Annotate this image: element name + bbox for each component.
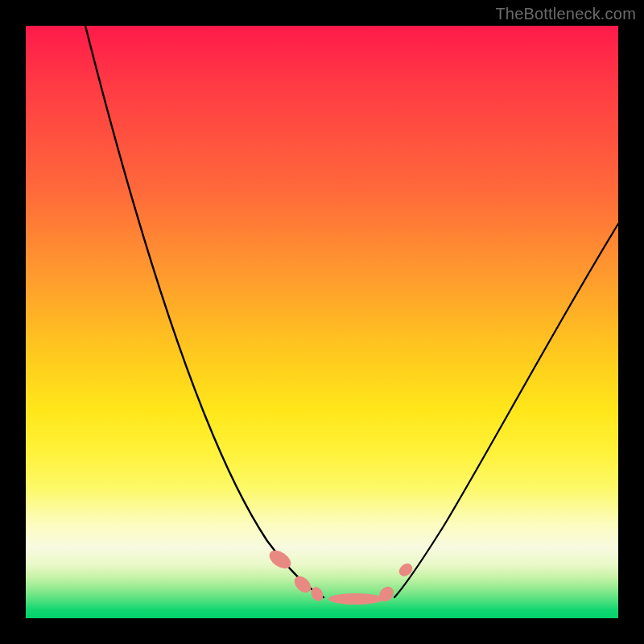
- valley-marker: [328, 593, 383, 605]
- valley-markers: [266, 547, 415, 605]
- valley-marker: [397, 561, 415, 579]
- valley-marker: [309, 585, 325, 603]
- outer-frame: TheBottleneck.com: [0, 0, 644, 644]
- right-curve: [394, 224, 618, 597]
- valley-marker: [291, 573, 314, 596]
- left-curve: [85, 26, 324, 597]
- plot-area: [26, 26, 618, 618]
- chart-svg: [26, 26, 618, 618]
- watermark-text: TheBottleneck.com: [495, 5, 636, 23]
